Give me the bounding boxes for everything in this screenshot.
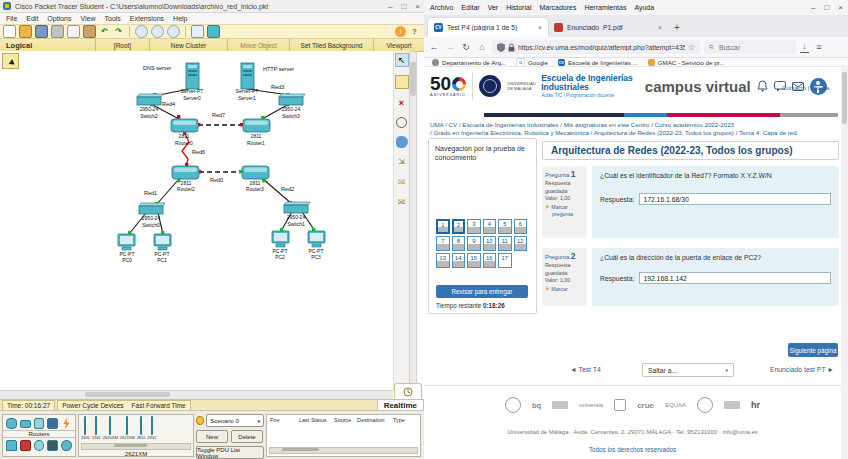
place-note-icon[interactable] (395, 75, 409, 89)
device-router2[interactable] (172, 166, 199, 179)
device-switch1[interactable] (284, 202, 310, 213)
device-server1[interactable] (241, 63, 254, 89)
ff-menu-ayuda[interactable]: Ayuda (634, 4, 654, 11)
save-icon[interactable] (35, 25, 48, 38)
redo-icon[interactable]: ↷ (113, 26, 124, 37)
pdu-list-scrollbar[interactable] (269, 447, 418, 454)
question-nav-15[interactable]: 15 (467, 253, 481, 268)
device-router0[interactable] (171, 119, 198, 132)
pt-minimize-button[interactable]: – (388, 2, 392, 11)
copy-icon[interactable] (67, 25, 80, 38)
bookmark-escuela[interactable]: CVEscuela de Ingenierías ... (558, 59, 638, 66)
scenario-delete-button[interactable]: Delete (231, 430, 263, 443)
new-cluster-button[interactable]: New Cluster (150, 39, 228, 51)
question-nav-14[interactable]: 14 (452, 253, 466, 268)
device-pc3[interactable] (308, 231, 325, 247)
previous-activity-link[interactable]: ◄ Test T4 (570, 366, 601, 373)
flag-question2-link[interactable]: Marcar (551, 286, 567, 292)
ff-menu-editar[interactable]: Editar (461, 4, 479, 11)
url-text[interactable]: https://cv.ev.uma.es/mod/quiz/attempt.ph… (518, 44, 685, 51)
url-bar[interactable]: https://cv.ev.uma.es/mod/quiz/attempt.ph… (492, 40, 700, 54)
model-2621xm[interactable]: 2621XM (120, 417, 135, 440)
bookmark-gmac[interactable]: GMAC - Servicio de pr... (648, 59, 725, 66)
notifications-bell-icon[interactable] (757, 80, 768, 92)
question-nav-9[interactable]: 9 (467, 236, 481, 251)
paste-icon[interactable] (83, 25, 96, 38)
category-connections-icon[interactable] (61, 418, 72, 429)
tab-test-p4[interactable]: CV Test P4 (página 1 de 5) × (428, 18, 548, 37)
pt-menu-help[interactable]: Help (173, 15, 187, 22)
device-router3[interactable] (242, 166, 269, 179)
search-input[interactable] (717, 43, 791, 52)
scenario-new-button[interactable]: New (196, 430, 228, 443)
canvas-hscroll-thumb[interactable] (85, 392, 170, 397)
toggle-pdu-list-button[interactable]: Toggle PDU List Window (196, 446, 264, 459)
root-cluster-button[interactable]: [Root] (96, 39, 150, 51)
tab-close-icon[interactable]: × (658, 24, 662, 31)
campus-virtual-brand[interactable]: campus virtual (645, 78, 751, 95)
canvas-vertical-scrollbar[interactable] (409, 51, 417, 390)
ff-menu-herramientas[interactable]: Herramientas (584, 4, 626, 11)
uma-50-aniversario-logo[interactable]: 50 ANIVERSARIO (430, 75, 466, 97)
model-1841[interactable]: 1841 (81, 417, 90, 440)
draw-polygon-icon[interactable] (396, 136, 408, 148)
question-nav-11[interactable]: 11 (498, 236, 512, 251)
question-nav-4[interactable]: 4 (483, 219, 497, 234)
back-button[interactable]: ← (428, 42, 440, 52)
category-security-icon[interactable] (20, 440, 31, 451)
pt-menu-view[interactable]: View (80, 15, 95, 22)
question-nav-5[interactable]: 5 (498, 219, 512, 234)
pt-menu-edit[interactable]: Edit (26, 15, 38, 22)
canvas-vscroll-thumb[interactable] (410, 62, 416, 96)
info-icon[interactable]: i (395, 26, 406, 37)
model-1941[interactable]: 1941 (92, 417, 101, 440)
school-logo-text[interactable]: Escuela de Ingenierías Industriales Aula… (541, 74, 633, 99)
resize-shape-icon[interactable]: ⇲ (396, 156, 408, 168)
zoom-in-icon[interactable] (135, 25, 148, 38)
question-nav-8[interactable]: 8 (452, 236, 466, 251)
zoom-reset-icon[interactable] (151, 25, 164, 38)
next-activity-link[interactable]: Enunciado test PT ► (770, 366, 834, 373)
page-scrollbar-thumb[interactable] (842, 72, 847, 124)
print-icon[interactable] (51, 25, 64, 38)
palette-scrollbar[interactable] (81, 443, 191, 450)
contact-language-links[interactable]: Contacto | Idioma (782, 85, 829, 91)
select-tool-icon[interactable]: ↖ (395, 53, 409, 67)
add-simple-pdu-icon[interactable]: ✉ (396, 176, 408, 188)
ff-minimize-button[interactable]: – (811, 3, 815, 12)
open-folder-icon[interactable] (19, 25, 32, 38)
device-pc0[interactable] (118, 234, 135, 250)
uma-seal-logo[interactable] (479, 75, 501, 97)
question-nav-17[interactable]: 17 (498, 253, 512, 268)
ff-close-button[interactable]: × (838, 3, 843, 12)
downloads-button[interactable]: ↓ (800, 42, 809, 53)
device-pc1[interactable] (154, 234, 171, 250)
new-tab-button[interactable]: + (674, 22, 680, 33)
pt-close-button[interactable]: × (415, 2, 420, 11)
jump-to-select[interactable]: Saltar a...▾ (642, 363, 734, 377)
palette-dialog-icon[interactable] (191, 25, 204, 38)
answer2-input[interactable] (639, 272, 831, 284)
logical-workspace-button[interactable]: Logical (0, 39, 96, 51)
bookmark-google[interactable]: GGoogle (516, 58, 548, 67)
pt-menu-tools[interactable]: Tools (105, 15, 121, 22)
shield-icon[interactable] (497, 43, 505, 52)
new-file-icon[interactable] (3, 25, 16, 38)
hamburger-menu-icon[interactable]: ≡ (813, 42, 825, 52)
ff-restore-button[interactable]: □ (824, 3, 829, 12)
device-switch2[interactable] (137, 94, 163, 105)
add-complex-pdu-icon[interactable]: ✉ (396, 196, 408, 208)
viewport-button[interactable]: Viewport (374, 39, 424, 51)
bookmark-star-icon[interactable]: ☆ (688, 43, 695, 52)
inspect-tool-icon[interactable] (396, 117, 407, 128)
ff-menu-marcadores[interactable]: Marcadores (539, 4, 576, 11)
category-switches-icon[interactable] (20, 420, 31, 428)
flag-question1-link[interactable]: Marcar (551, 204, 567, 210)
ff-menu-archivo[interactable]: Archivo (430, 4, 453, 11)
question-nav-2[interactable]: 2 (452, 219, 466, 234)
pt-menu-extensions[interactable]: Extensions (130, 15, 164, 22)
category-wan-emulation-icon[interactable] (34, 440, 45, 451)
zoom-out-icon[interactable] (167, 25, 180, 38)
ff-menu-ver[interactable]: Ver (488, 4, 499, 11)
pt-maximize-button[interactable]: □ (401, 2, 406, 11)
